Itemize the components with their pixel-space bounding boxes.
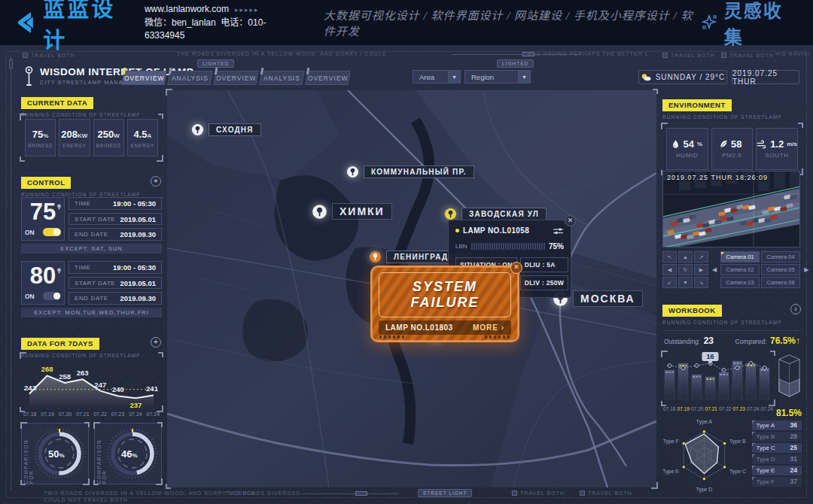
- camera-04-button[interactable]: Camera 04: [761, 251, 800, 263]
- type-f-row[interactable]: Type F37: [752, 477, 802, 487]
- end-date-row-1[interactable]: END DATE2019.09.30: [69, 228, 162, 241]
- camera-timestamp: 2019.07.25 THUR 18:26:09: [667, 174, 768, 181]
- tab-analysis-2[interactable]: ANALYSIS: [259, 71, 304, 85]
- workbook-stats: Outstanding: 23 Compared: 76.5%↑: [662, 330, 802, 349]
- brand-logo: 蓝蓝设计: [12, 0, 132, 54]
- tab-overview-3[interactable]: OVERVIEW: [305, 71, 350, 85]
- pan-right-button[interactable]: ▶: [694, 264, 708, 275]
- tab-overview-1[interactable]: OVERVIEW: [121, 71, 166, 85]
- map-marker-zavodskaya[interactable]: ЗАВОДСКАЯ УЛ: [444, 208, 547, 220]
- decor-slider-2: [301, 493, 399, 494]
- decor-lighted-badge-2: LIGHTED: [497, 59, 534, 68]
- decor-bottom-quote-1b: COULD NOT TRAVEL BOTH: [44, 497, 128, 502]
- pan-down-right-button[interactable]: ↘: [694, 277, 708, 288]
- lamp-pin-icon: [312, 204, 327, 220]
- map-marker-khimki[interactable]: ХИМКИ: [312, 203, 392, 220]
- brand-name: 蓝蓝设计: [43, 0, 132, 54]
- decor-bottom-quote-1: TWO ROADS DIVERGED IN A YELLOW WOOD, AND…: [44, 490, 255, 496]
- end-date-row-2[interactable]: END DATE2019.09.30: [69, 292, 162, 305]
- svg-text:Type F: Type F: [663, 438, 679, 444]
- decor-quote-2: WAS HAVING PERHAPS THE BETTER CLAIM, BEC…: [527, 51, 647, 56]
- area-select[interactable]: Area ▾: [413, 70, 461, 83]
- tab-analysis-1[interactable]: ANALYSIS: [167, 71, 212, 85]
- time-row-2[interactable]: TIME19:00 - 05:30: [69, 261, 162, 274]
- week-chart-expand-button[interactable]: +: [151, 337, 161, 348]
- lbn-label: LBN: [455, 243, 467, 250]
- svg-text:237: 237: [129, 401, 142, 409]
- type-a-row[interactable]: Type A36: [752, 421, 802, 430]
- inspiration-collect[interactable]: 灵感收集: [701, 0, 796, 49]
- city-map[interactable]: СХОДНЯ КОММУНАЛЬНЫЙ ПР. ХИМКИ ЗАВОДСКАЯ …: [167, 90, 656, 487]
- lamp-icon: [56, 263, 62, 277]
- tab-overview-2[interactable]: OVERVIEW: [213, 71, 258, 85]
- comparison-gauge-1: COMPARISON FOR 50%: [21, 423, 89, 484]
- type-c-row[interactable]: Type C25: [752, 443, 802, 453]
- type-d-row[interactable]: Type D31: [752, 454, 802, 464]
- start-date-row-2[interactable]: START DATE2019.05.01: [69, 277, 162, 290]
- decor-travel-both-3: TRAVEL BOTH: [721, 53, 774, 58]
- decor-quote-3: HIS HAVING PERHAPS THE BETTER CLAIM: [775, 51, 809, 56]
- camera-01-button[interactable]: Camera 01: [720, 251, 760, 263]
- sparkle-star-icon: [701, 13, 719, 32]
- camera-prev-icon[interactable]: ◀: [712, 266, 717, 273]
- week-chart-title: DATA FOR 7DAYS: [21, 338, 99, 350]
- camera-panel: 2019.07.25 THUR 18:26:09 ↖ ▲ ↗ ◀ ↻ ▶ ↙ ▼…: [662, 171, 802, 288]
- decor-quote-1: THE ROADS DIVERGED IN A YELLOW WOOD, AND…: [177, 51, 387, 56]
- control-title: CONTROL: [21, 177, 71, 189]
- map-marker-kommunalny[interactable]: КОММУНАЛЬНЫЙ ПР.: [346, 165, 474, 178]
- weather-text: SUNNDAY / 29°C: [656, 73, 726, 81]
- pan-up-left-button[interactable]: ↖: [662, 251, 677, 263]
- svg-text:16: 16: [706, 353, 714, 360]
- type-b-row[interactable]: Type B28: [752, 432, 802, 442]
- decor-lighted-badge-1: LIGHTED: [197, 59, 234, 68]
- more-button[interactable]: MORE ›: [473, 323, 504, 332]
- camera-06-button[interactable]: Camera 06: [761, 277, 800, 288]
- svg-text:Type E: Type E: [662, 469, 679, 475]
- camera-02-button[interactable]: Camera 02: [720, 264, 760, 275]
- close-icon[interactable]: ✕: [510, 262, 522, 274]
- wind-icon: [757, 140, 767, 149]
- lbn-percent: 75%: [549, 242, 564, 250]
- decor-travel-both-5: TRAVEL BOTH: [580, 490, 632, 496]
- chevron-down-icon: ▾: [448, 71, 460, 83]
- environment-panel: ENVIRONMENT RUNNING CONDITION OF STREETL…: [662, 97, 802, 174]
- pan-down-button[interactable]: ▼: [678, 277, 693, 288]
- pan-up-right-button[interactable]: ↗: [694, 251, 708, 263]
- camera-feed[interactable]: 2019.07.25 THUR 18:26:09: [662, 171, 800, 247]
- refresh-button[interactable]: ↻: [678, 264, 693, 275]
- comparison-gauge-2: COMPARISON FOR 46%: [94, 423, 162, 484]
- week-line-chart: 243268258263247240237241: [21, 354, 162, 411]
- website-link[interactable]: www.lanlanwork.com: [145, 4, 229, 14]
- workbook-x-labels: 07.1807.19 07.2007.21 07.2207.23 07.2407…: [662, 406, 774, 411]
- current-data-stats: 75% BRINESS 208KW ENERGY 250W BRINESS 4.…: [21, 115, 162, 160]
- control-expand-button[interactable]: +: [151, 176, 161, 187]
- collect-label: 灵感收集: [724, 0, 796, 49]
- pan-down-left-button[interactable]: ↙: [662, 277, 677, 288]
- close-icon[interactable]: ✕: [565, 215, 576, 226]
- svg-text:Type B: Type B: [729, 438, 746, 444]
- settings-sliders-icon[interactable]: [553, 227, 564, 235]
- pan-left-button[interactable]: ◀: [662, 264, 677, 275]
- map-marker-skhodnya[interactable]: СХОДНЯ: [191, 123, 261, 136]
- arrows-decor: ▸▸▸▸▸: [235, 6, 260, 14]
- workbook-percent: 81.5%: [776, 408, 802, 418]
- power-toggle-1[interactable]: [43, 228, 61, 236]
- time-row-1[interactable]: TIME19:00 - 05:30: [69, 197, 162, 210]
- lanlan-logo-icon: [12, 9, 37, 36]
- current-data-header: CURRENT DATA RUNNING CONDITION OF STREET…: [21, 95, 141, 117]
- workbook-expand-button[interactable]: ›: [790, 304, 801, 314]
- lbn-progress-bar[interactable]: [471, 243, 545, 250]
- system-failure-popup: ✕ SYSTEM FAILURE LAMP NO.L01803 MORE ›: [370, 266, 519, 342]
- decor-travel-both-2: TRAVEL BOTH: [662, 53, 715, 58]
- status-dot: [455, 229, 459, 232]
- camera-05-button[interactable]: Camera 05: [761, 264, 800, 275]
- stat-watt: 250W BRINESS: [93, 119, 124, 156]
- power-toggle-2[interactable]: [43, 292, 61, 300]
- start-date-row-1[interactable]: START DATE2019.05.01: [69, 213, 162, 226]
- type-e-row[interactable]: Type E24: [752, 466, 802, 475]
- region-select[interactable]: Region ▾: [464, 70, 531, 83]
- pan-up-button[interactable]: ▲: [678, 251, 693, 263]
- camera-03-button[interactable]: Camera 03: [720, 277, 760, 288]
- camera-next-icon[interactable]: ▶: [804, 266, 808, 273]
- current-cell: DLIU : 5A: [520, 257, 568, 272]
